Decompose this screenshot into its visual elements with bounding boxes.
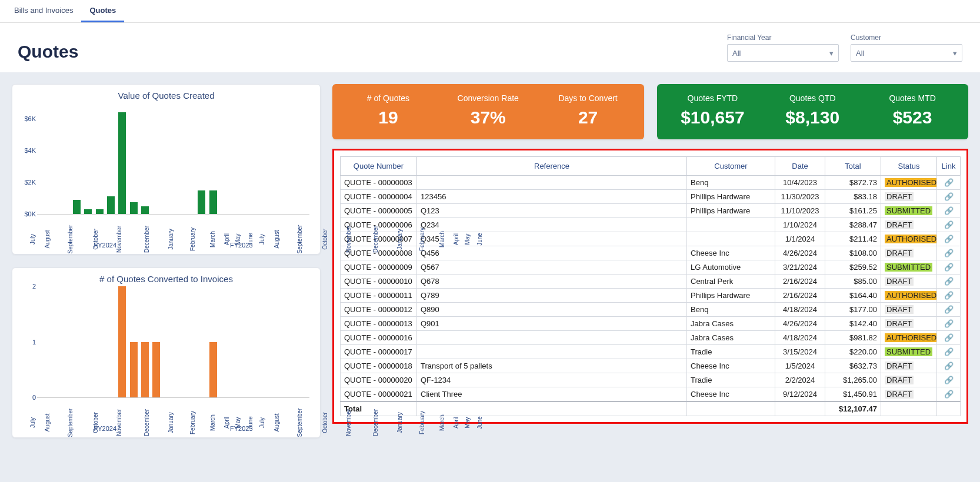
table-row[interactable]: QUOTE - 00000013Q901Jabra Cases4/26/2024… bbox=[341, 317, 961, 331]
cell-reference: Q234 bbox=[417, 218, 687, 232]
link-icon: 🔗 bbox=[944, 220, 954, 229]
cell-date: 4/18/2024 bbox=[775, 331, 825, 345]
cell-link[interactable]: 🔗 bbox=[937, 289, 961, 303]
kpi-value: $8,130 bbox=[762, 108, 862, 128]
page-header: Quotes Financial Year All ▾ Customer All… bbox=[0, 23, 980, 72]
cell-link[interactable]: 🔗 bbox=[937, 190, 961, 204]
cell-link[interactable]: 🔗 bbox=[937, 275, 961, 289]
chart-bar bbox=[73, 200, 81, 214]
cell-link[interactable]: 🔗 bbox=[937, 387, 961, 402]
cell-customer: Jabra Cases bbox=[687, 317, 775, 331]
cell-link[interactable]: 🔗 bbox=[937, 204, 961, 218]
chart-xlabel: August bbox=[273, 230, 299, 248]
cell-reference: Q789 bbox=[417, 289, 687, 303]
chart-xlabel: November bbox=[116, 409, 142, 436]
table-row[interactable]: QUOTE - 00000020QF-1234Tradie2/2/2024$1,… bbox=[341, 373, 961, 387]
chart-xlabel: December bbox=[144, 409, 169, 436]
table-row[interactable]: QUOTE - 00000004123456Phillips Hardware1… bbox=[341, 190, 961, 204]
filter-fy-select[interactable]: All ▾ bbox=[727, 44, 839, 62]
filter-fy-label: Financial Year bbox=[727, 34, 839, 42]
cell-total: $872.73 bbox=[825, 176, 881, 190]
table-row[interactable]: QUOTE - 00000021Client ThreeCheese Inc9/… bbox=[341, 387, 961, 402]
table-header[interactable]: Status bbox=[881, 157, 937, 176]
cell-link[interactable]: 🔗 bbox=[937, 373, 961, 387]
cell-reference: Q456 bbox=[417, 246, 687, 260]
cell-status: AUTHORISED bbox=[881, 176, 937, 190]
table-row[interactable]: QUOTE - 00000003Benq10/4/2023$872.73AUTH… bbox=[341, 176, 961, 190]
cell-total: $108.00 bbox=[825, 246, 881, 260]
table-row[interactable]: QUOTE - 00000016Jabra Cases4/18/2024$981… bbox=[341, 331, 961, 345]
status-badge: DRAFT bbox=[885, 305, 914, 314]
kpi-item: Quotes FYTD$10,657 bbox=[663, 93, 763, 128]
cell-link[interactable]: 🔗 bbox=[937, 317, 961, 331]
kpi-label: Conversion Rate bbox=[438, 93, 538, 103]
filter-financial-year: Financial Year All ▾ bbox=[727, 34, 839, 62]
cell-total: $164.40 bbox=[825, 289, 881, 303]
kpi-value: $523 bbox=[862, 108, 962, 128]
kpi-item: Days to Convert27 bbox=[538, 93, 638, 128]
filter-customer: Customer All ▾ bbox=[851, 34, 962, 62]
kpi-label: Quotes MTD bbox=[862, 93, 962, 103]
cell-total-value: $12,107.47 bbox=[825, 401, 881, 416]
chevron-down-icon: ▾ bbox=[829, 49, 834, 58]
table-row[interactable]: QUOTE - 00000018Transport of 5 palletsCh… bbox=[341, 359, 961, 373]
cell-reference: Q890 bbox=[417, 303, 687, 317]
tab-bills-invoices[interactable]: Bills and Invoices bbox=[6, 0, 81, 22]
cell-link[interactable]: 🔗 bbox=[937, 359, 961, 373]
kpi-label: # of Quotes bbox=[338, 93, 438, 103]
table-header[interactable]: Link bbox=[937, 157, 961, 176]
cell-link[interactable]: 🔗 bbox=[937, 303, 961, 317]
table-row[interactable]: QUOTE - 00000011Q789Phillips Hardware2/1… bbox=[341, 289, 961, 303]
filter-fy-value: All bbox=[732, 49, 741, 58]
link-icon: 🔗 bbox=[944, 362, 954, 370]
table-row[interactable]: QUOTE - 00000012Q890Benq4/18/2024$177.00… bbox=[341, 303, 961, 317]
cell-link[interactable]: 🔗 bbox=[937, 218, 961, 232]
tab-quotes[interactable]: Quotes bbox=[81, 0, 124, 22]
table-header[interactable]: Total bbox=[825, 157, 881, 176]
cell-quote-number: QUOTE - 00000016 bbox=[341, 331, 417, 345]
cell-reference bbox=[417, 331, 687, 345]
table-row[interactable]: QUOTE - 00000005Q123Phillips Hardware11/… bbox=[341, 204, 961, 218]
chevron-down-icon: ▾ bbox=[953, 49, 957, 58]
link-icon: 🔗 bbox=[944, 305, 954, 314]
cell-link[interactable]: 🔗 bbox=[937, 260, 961, 275]
kpi-item: # of Quotes19 bbox=[338, 93, 438, 128]
cell-customer: Jabra Cases bbox=[687, 331, 775, 345]
cell-status: DRAFT bbox=[881, 317, 937, 331]
table-header[interactable]: Quote Number bbox=[341, 157, 417, 176]
cell-reference: 123456 bbox=[417, 190, 687, 204]
chart-bar bbox=[96, 209, 104, 214]
chart-bar bbox=[118, 286, 126, 397]
cell-date: 1/5/2024 bbox=[775, 359, 825, 373]
quotes-table-wrap: Quote NumberReferenceCustomerDateTotalSt… bbox=[332, 149, 968, 424]
table-row[interactable]: QUOTE - 00000017Tradie3/15/2024$220.00SU… bbox=[341, 345, 961, 359]
chart-bar bbox=[118, 112, 126, 214]
cell-date: 3/21/2024 bbox=[775, 260, 825, 275]
status-badge: DRAFT bbox=[885, 376, 914, 384]
status-badge: DRAFT bbox=[885, 319, 914, 328]
table-header[interactable]: Reference bbox=[417, 157, 687, 176]
cell-reference bbox=[417, 176, 687, 190]
cell-status: DRAFT bbox=[881, 373, 937, 387]
chart-xlabel: September bbox=[296, 225, 322, 254]
cell-customer: Tradie bbox=[687, 373, 775, 387]
kpi-value: 37% bbox=[438, 108, 538, 128]
cell-link[interactable]: 🔗 bbox=[937, 246, 961, 260]
cell-quote-number: QUOTE - 00000011 bbox=[341, 289, 417, 303]
chart-xlabel: August bbox=[44, 230, 69, 248]
chart-ytick: $0K bbox=[19, 210, 36, 217]
table-header[interactable]: Date bbox=[775, 157, 825, 176]
chart-xlabel: August bbox=[273, 413, 299, 431]
status-badge: AUTHORISED bbox=[885, 178, 937, 187]
cell-customer: Cheese Inc bbox=[687, 359, 775, 373]
table-header[interactable]: Customer bbox=[687, 157, 775, 176]
cell-link[interactable]: 🔗 bbox=[937, 331, 961, 345]
cell-link[interactable]: 🔗 bbox=[937, 176, 961, 190]
cell-link[interactable]: 🔗 bbox=[937, 232, 961, 246]
cell-reference: Q567 bbox=[417, 260, 687, 275]
cell-link[interactable]: 🔗 bbox=[937, 345, 961, 359]
table-row[interactable]: QUOTE - 00000009Q567LG Automotive3/21/20… bbox=[341, 260, 961, 275]
table-row[interactable]: QUOTE - 00000010Q678Central Perk2/16/202… bbox=[341, 275, 961, 289]
link-icon: 🔗 bbox=[944, 333, 954, 342]
filter-customer-select[interactable]: All ▾ bbox=[851, 44, 962, 62]
